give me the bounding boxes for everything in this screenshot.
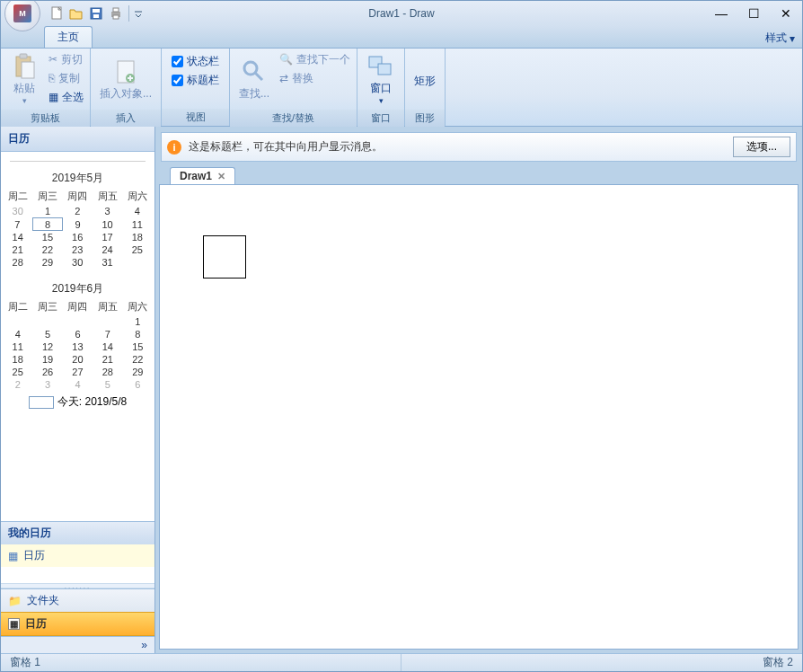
qat-print-button[interactable]: [107, 4, 125, 22]
calendar-day-cell[interactable]: 28: [93, 366, 122, 378]
window-button[interactable]: 窗口▾: [361, 50, 401, 108]
calendar-day-cell[interactable]: 24: [93, 243, 122, 256]
drawing-canvas[interactable]: [159, 184, 799, 650]
calendar-day-cell[interactable]: 29: [32, 256, 62, 269]
titlebar-checkbox[interactable]: 标题栏: [169, 71, 222, 89]
calendar-day-cell[interactable]: 6: [63, 328, 93, 340]
calendar-day-cell[interactable]: [122, 256, 152, 269]
calendar-day-cell[interactable]: 9: [63, 218, 93, 231]
calendar-day-cell[interactable]: 30: [63, 256, 93, 269]
calendar-day-cell[interactable]: 1: [123, 315, 153, 328]
calendar-day-cell[interactable]: 2: [3, 378, 32, 391]
paste-button[interactable]: 粘贴▾: [4, 50, 44, 108]
calendar-day-cell[interactable]: 16: [63, 231, 93, 244]
tab-home[interactable]: 主页: [44, 26, 93, 48]
replace-button[interactable]: ⇄ 替换: [277, 69, 353, 87]
calendar-day-cell[interactable]: 15: [123, 340, 153, 353]
maximize-button[interactable]: ☐: [737, 3, 770, 24]
calendar-day-cell[interactable]: 25: [3, 366, 32, 378]
calendar-day-cell[interactable]: 11: [122, 218, 152, 231]
calendar-day-cell[interactable]: 25: [122, 243, 152, 256]
calendar-day-cell[interactable]: 26: [32, 366, 62, 378]
calendar-month1[interactable]: 周二周三周四周五周六 30123478910111415161718212223…: [3, 188, 153, 269]
close-button[interactable]: ✕: [770, 3, 802, 24]
calendar-day-cell[interactable]: 19: [32, 353, 62, 366]
calendar-day-cell[interactable]: 5: [93, 378, 122, 391]
copy-button[interactable]: ⎘ 复制: [46, 69, 86, 87]
calendar-day-cell[interactable]: 3: [93, 205, 122, 218]
chevron-down-icon: ▾: [379, 96, 384, 105]
calendar-day-cell[interactable]: 3: [32, 378, 62, 391]
calendar-day-cell[interactable]: 18: [3, 353, 32, 366]
svg-rect-9: [22, 62, 34, 78]
find-next-button[interactable]: 🔍 查找下一个: [277, 50, 353, 68]
group-label-find-replace: 查找/替换: [230, 110, 357, 127]
calendar-day-cell[interactable]: 5: [32, 328, 62, 340]
calendar-day-cell[interactable]: 20: [63, 353, 93, 366]
calendar-day-cell[interactable]: 11: [3, 340, 32, 353]
cut-button[interactable]: ✂ 剪切: [46, 50, 86, 68]
calendar-day-cell[interactable]: 4: [122, 205, 152, 218]
svg-rect-2: [93, 9, 100, 13]
calendar-day-cell[interactable]: 4: [3, 328, 32, 340]
insert-object-icon: [111, 57, 140, 86]
calendar-day-cell[interactable]: 21: [3, 243, 32, 256]
calendar-day-cell[interactable]: 22: [123, 353, 153, 366]
calendar-day-cell[interactable]: 2: [63, 205, 93, 218]
calendar-day-cell[interactable]: 13: [63, 340, 93, 353]
nav-folder[interactable]: 📁 文件夹: [1, 589, 154, 612]
calendar-day-cell[interactable]: [93, 315, 122, 328]
find-button[interactable]: 查找...: [234, 50, 275, 108]
calendar-day-cell[interactable]: 6: [123, 378, 153, 391]
statusbar-checkbox[interactable]: 状态栏: [169, 52, 222, 70]
calendar-day-cell[interactable]: 17: [93, 231, 122, 244]
calendar-day-cell[interactable]: 23: [63, 243, 93, 256]
calendar-day-cell[interactable]: 1: [32, 205, 62, 218]
calendar-panel: 2019年5月 周二周三周四周五周六 301234789101114151617…: [1, 152, 154, 521]
minimize-button[interactable]: —: [705, 3, 737, 24]
calendar-day-cell[interactable]: 27: [63, 366, 93, 378]
calendar-day-cell[interactable]: 14: [93, 340, 122, 353]
calendar-day-cell[interactable]: 8: [123, 328, 153, 340]
info-options-button[interactable]: 选项...: [733, 137, 790, 157]
calendar-day-cell[interactable]: 8: [32, 218, 62, 231]
nav-expand-button[interactable]: »: [1, 636, 154, 653]
calendar-month2[interactable]: 周二周三周四周五周六 14567811121314151819202122252…: [3, 298, 153, 391]
titlebar-check-input[interactable]: [172, 75, 183, 86]
calendar-day-cell[interactable]: 15: [32, 231, 62, 244]
calendar-day-cell[interactable]: 10: [93, 218, 122, 231]
calendar-today-row[interactable]: 今天: 2019/5/8: [3, 391, 153, 411]
insert-object-button[interactable]: 插入对象...: [94, 50, 157, 108]
calendar-day-cell[interactable]: 28: [3, 256, 32, 269]
calendar-day-cell[interactable]: 12: [32, 340, 62, 353]
calendar-day-cell[interactable]: 7: [3, 218, 32, 231]
calendar-day-cell[interactable]: 7: [93, 328, 122, 340]
my-calendar-item[interactable]: ▦ 日历: [1, 544, 154, 567]
calendar-day-cell[interactable]: [3, 315, 32, 328]
rectangle-button[interactable]: 矩形: [409, 50, 441, 108]
rectangle-shape[interactable]: [203, 235, 246, 279]
qat-open-button[interactable]: [67, 4, 85, 22]
calendar-day-cell[interactable]: 31: [93, 256, 122, 269]
calendar-day-cell[interactable]: 18: [122, 231, 152, 244]
qat-new-button[interactable]: [48, 4, 66, 22]
document-tab-draw1[interactable]: Draw1 ✕: [170, 167, 235, 184]
calendar-day-cell[interactable]: 21: [93, 353, 122, 366]
nav-calendar[interactable]: ▦ 日历: [1, 612, 154, 636]
calendar-day-cell[interactable]: [63, 315, 93, 328]
calendar-day-cell[interactable]: 4: [63, 378, 93, 391]
calendar-day-cell[interactable]: [32, 315, 62, 328]
style-menu-button[interactable]: 样式 ▾: [758, 29, 802, 48]
qat-save-button[interactable]: [87, 4, 105, 22]
statusbar-check-input[interactable]: [172, 56, 183, 67]
qat-customize-button[interactable]: [133, 4, 144, 22]
main-area: 日历 2019年5月 周二周三周四周五周六 301234789101114151…: [1, 127, 802, 653]
app-icon: M: [13, 4, 31, 22]
tab-close-button[interactable]: ✕: [217, 171, 225, 182]
calendar-day-cell[interactable]: 30: [3, 205, 32, 218]
calendar-day-cell[interactable]: 14: [3, 231, 32, 244]
select-all-button[interactable]: ▦ 全选: [46, 88, 86, 106]
calendar-day-cell[interactable]: 29: [123, 366, 153, 378]
calendar-day-cell[interactable]: 22: [32, 243, 62, 256]
svg-rect-3: [93, 14, 99, 18]
